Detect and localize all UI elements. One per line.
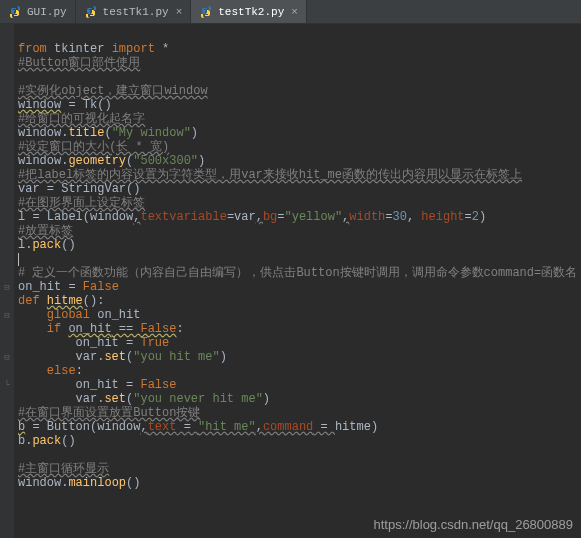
code-editor[interactable]: from tkinter import * #Button窗口部件使用 #实例化… bbox=[14, 24, 577, 538]
python-icon bbox=[84, 5, 98, 19]
python-icon bbox=[8, 5, 22, 19]
close-icon[interactable]: × bbox=[176, 6, 183, 18]
fold-icon[interactable]: ⊟ bbox=[0, 350, 14, 364]
fold-icon[interactable]: ⊟ bbox=[0, 280, 14, 294]
fold-icon[interactable]: ⊟ bbox=[0, 308, 14, 322]
text-cursor bbox=[18, 253, 19, 266]
editor-tabs: GUI.py testTk1.py × testTk2.py × bbox=[0, 0, 581, 24]
tab-label: testTk1.py bbox=[103, 6, 169, 18]
tab-testtk2[interactable]: testTk2.py × bbox=[191, 0, 307, 23]
python-icon bbox=[199, 5, 213, 19]
tab-label: GUI.py bbox=[27, 6, 67, 18]
tab-label: testTk2.py bbox=[218, 6, 284, 18]
fold-gutter: ⊟ ⊟ ⊟ └ bbox=[0, 24, 14, 538]
watermark: https://blog.csdn.net/qq_26800889 bbox=[374, 517, 574, 532]
editor-area: ⊟ ⊟ ⊟ └ from tkinter import * #Button窗口部… bbox=[0, 24, 581, 538]
tab-testtk1[interactable]: testTk1.py × bbox=[76, 0, 192, 23]
tab-gui[interactable]: GUI.py bbox=[0, 0, 76, 23]
close-icon[interactable]: × bbox=[291, 6, 298, 18]
